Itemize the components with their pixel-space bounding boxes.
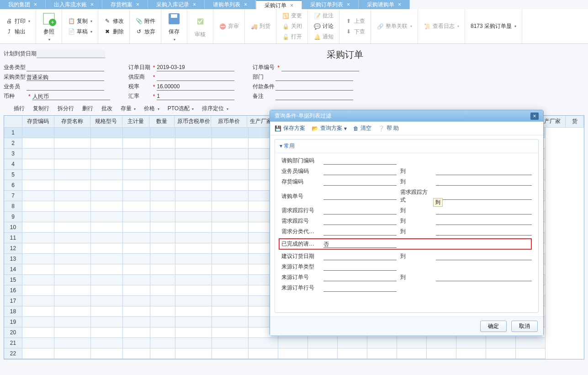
condition-to-input[interactable] <box>436 228 532 236</box>
output-button[interactable]: ⤴输出 <box>4 27 32 37</box>
tab-存货档案[interactable]: 存货档案× <box>102 0 148 9</box>
tax-rate-input[interactable]: 16.00000 <box>157 83 234 91</box>
discuss-button[interactable]: 💬讨论 <box>312 21 335 31</box>
section-common[interactable]: ▾ 常用 <box>275 139 538 153</box>
draft-button[interactable]: 📄草稿▾ <box>66 27 94 37</box>
close-button[interactable]: 🔒关闭 <box>280 21 304 31</box>
delete-button[interactable]: ✖删除 <box>102 27 126 37</box>
abandon-button[interactable]: ⛔弃审 <box>217 21 241 31</box>
col-header[interactable]: 存货名称 <box>54 116 91 128</box>
action-拆分行[interactable]: 拆分行 <box>58 105 74 112</box>
condition-from-input[interactable] <box>323 284 397 292</box>
action-删行[interactable]: 删行 <box>82 105 93 112</box>
table-row[interactable]: 21 <box>4 338 584 348</box>
condition-to-input[interactable] <box>436 168 532 175</box>
link-icon: 🔗 <box>376 23 384 30</box>
dialog-close-button[interactable]: × <box>530 112 539 120</box>
arrive-button[interactable]: 🚚到货 <box>249 21 272 31</box>
condition-from-input[interactable] <box>323 274 397 281</box>
paperclip-icon: 📎 <box>135 17 143 25</box>
condition-to-input[interactable] <box>436 253 532 260</box>
help-button[interactable]: ❔帮 助 <box>378 124 399 132</box>
notify-button[interactable]: 🔔通知 <box>312 32 335 42</box>
save-button[interactable]: 保存▾ <box>165 11 183 43</box>
query-scheme-button[interactable]: 📂查询方案▾ <box>312 124 347 132</box>
condition-from-input[interactable] <box>323 178 397 186</box>
action-价格[interactable]: 价格 ▾ <box>144 105 159 112</box>
tab-我的集团[interactable]: 我的集团× <box>0 0 46 9</box>
exchange-input[interactable]: 1 <box>157 93 234 100</box>
change-button[interactable]: 🔁变更 <box>280 11 304 21</box>
review-button[interactable]: ✅审核 <box>191 13 209 39</box>
action-复制行[interactable]: 复制行 <box>33 105 49 112</box>
table-row[interactable]: 22 <box>4 348 584 359</box>
remark-input[interactable] <box>275 93 353 100</box>
tab-采购请购单[interactable]: 采购请购单× <box>359 0 410 9</box>
tab-出入库流水账[interactable]: 出入库流水账× <box>46 0 102 9</box>
biz-type-input[interactable] <box>26 64 104 71</box>
col-header[interactable] <box>4 116 22 128</box>
action-PTO选配[interactable]: PTO选配 ▾ <box>168 105 194 112</box>
attach-button[interactable]: 📎附件 <box>133 16 157 26</box>
page-title: 采购订单 <box>105 48 584 61</box>
eraser-icon: 🗑 <box>353 125 359 132</box>
col-header[interactable]: 存货编码 <box>22 116 54 128</box>
condition-row: 来源订单类型 <box>281 263 532 271</box>
clear-button[interactable]: 🗑清空 <box>353 124 371 132</box>
action-存量[interactable]: 存量 ▾ <box>121 105 136 112</box>
order-date-input[interactable]: 2019-03-19 <box>157 64 234 71</box>
condition-to-input[interactable] <box>436 218 532 225</box>
up-button[interactable]: ⬆上查 <box>343 16 367 26</box>
condition-from-input[interactable] <box>323 218 397 225</box>
action-插行[interactable]: 插行 <box>14 105 25 112</box>
col-header[interactable]: 货 <box>566 116 584 128</box>
condition-from-input[interactable] <box>323 253 397 260</box>
condition-to-input[interactable] <box>436 178 532 186</box>
col-header[interactable]: 数量 <box>149 116 175 128</box>
col-header[interactable]: 规格型号 <box>90 116 122 128</box>
supplier-input[interactable] <box>157 74 234 81</box>
tab-采购入库记录[interactable]: 采购入库记录× <box>148 0 205 9</box>
dept-input[interactable] <box>275 74 353 81</box>
open-button[interactable]: 🔓打开 <box>280 32 304 42</box>
condition-from-input[interactable] <box>323 263 397 271</box>
log-button[interactable]: 📜查看日志▾ <box>422 21 461 31</box>
plan-arrive-date-input[interactable] <box>37 50 105 58</box>
condition-from-input[interactable] <box>323 157 397 165</box>
condition-from-input[interactable] <box>323 228 397 236</box>
col-header[interactable]: 原币含税单价 <box>175 116 211 128</box>
order-no-input[interactable] <box>281 64 359 71</box>
condition-from-input[interactable] <box>323 207 397 214</box>
tab-采购订单[interactable]: 采购订单× <box>256 0 302 9</box>
purchase-type-input[interactable]: 普通采购 <box>26 74 104 81</box>
condition-row: 来源订单行号 <box>281 284 532 292</box>
condition-to-input[interactable] <box>436 207 532 214</box>
tab-采购订单列表[interactable]: 采购订单列表× <box>302 0 359 9</box>
link-button[interactable]: 🔗整单关联▾ <box>375 21 414 31</box>
discard-button[interactable]: ↺放弃 <box>133 27 157 37</box>
action-批改[interactable]: 批改 <box>101 105 112 112</box>
cancel-button[interactable]: 取消 <box>511 321 538 332</box>
col-header[interactable]: 原币单价 <box>211 116 248 128</box>
condition-from-input[interactable] <box>323 168 397 175</box>
copy-button[interactable]: 📋复制▾ <box>66 16 94 26</box>
reference-button[interactable]: +参照▾ <box>40 11 58 43</box>
operator-input[interactable] <box>26 83 104 91</box>
down-button[interactable]: ⬇下查 <box>343 27 367 37</box>
condition-from-input[interactable]: 否 <box>323 241 397 248</box>
ok-button[interactable]: 确定 <box>480 321 507 332</box>
edit-button[interactable]: ✎修改 <box>102 16 126 26</box>
save-scheme-button[interactable]: 💾保存方案 <box>275 124 305 132</box>
action-排序定位[interactable]: 排序定位 ▾ <box>202 105 228 112</box>
condition-from-input[interactable] <box>323 193 397 200</box>
pay-term-input[interactable] <box>275 83 353 91</box>
form-area: 计划到货日期 采购订单 业务类型 采购类型普通采购 业务员 币种*人民币 订单日… <box>0 44 588 102</box>
view-option[interactable]: 8173 采购订单显▾ <box>469 21 518 31</box>
condition-to-input[interactable] <box>436 193 532 200</box>
condition-to-input[interactable] <box>436 274 532 281</box>
tab-请购单列表[interactable]: 请购单列表× <box>205 0 256 9</box>
bulk-button[interactable]: 📝批注 <box>312 11 335 21</box>
col-header[interactable]: 主计量 <box>122 116 150 128</box>
print-button[interactable]: 🖨打印▾ <box>4 16 32 26</box>
currency-input[interactable]: 人民币 <box>32 93 110 100</box>
